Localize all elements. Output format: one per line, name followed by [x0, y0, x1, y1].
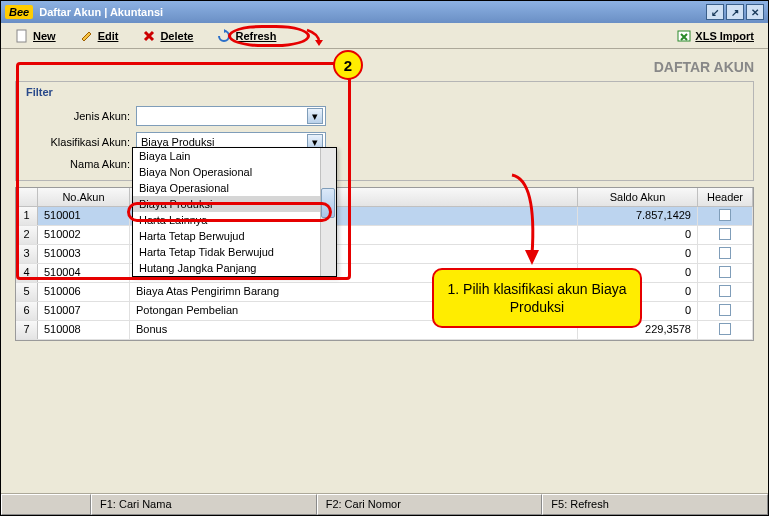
status-f1: F1: Cari Nama: [91, 494, 317, 515]
dropdown-item[interactable]: Biaya Non Operasional: [133, 164, 336, 180]
dropdown-item[interactable]: Biaya Lain: [133, 148, 336, 164]
window-minimize-icon[interactable]: ↙: [706, 4, 724, 20]
header-checkbox[interactable]: [719, 266, 731, 278]
dropdown-item[interactable]: Harta Tetap Berwujud: [133, 228, 336, 244]
svg-rect-0: [17, 30, 26, 42]
col-rownum[interactable]: [16, 188, 38, 206]
status-f2: F2: Cari Nomor: [317, 494, 543, 515]
bee-logo: Bee: [5, 5, 33, 19]
delete-icon: [142, 29, 156, 43]
col-noakun[interactable]: No.Akun: [38, 188, 130, 206]
table-row[interactable]: 4 510004 Komisi Penjualan 0: [16, 264, 753, 283]
annotation-step-2: 2: [333, 50, 363, 80]
delete-button[interactable]: Delete: [136, 27, 199, 45]
header-checkbox[interactable]: [719, 228, 731, 240]
annotation-step-1: 1. Pilih klasifikasi akun Biaya Produksi: [432, 268, 642, 328]
table-header: No.Akun Saldo Akun Header: [16, 188, 753, 207]
klasifikasi-dropdown-list[interactable]: Biaya Lain Biaya Non Operasional Biaya O…: [132, 147, 337, 277]
refresh-button[interactable]: Refresh: [211, 27, 282, 45]
dropdown-item[interactable]: Biaya Operasional: [133, 180, 336, 196]
nama-akun-label: Nama Akun:: [26, 158, 136, 170]
xls-icon: [677, 29, 691, 43]
dropdown-item[interactable]: Harta Tetap Tidak Berwujud: [133, 244, 336, 260]
xls-import-button[interactable]: XLS Import: [671, 27, 760, 45]
header-checkbox[interactable]: [719, 247, 731, 259]
content-area: DAFTAR AKUN Filter Jenis Akun: ▾ Klasifi…: [1, 49, 768, 493]
status-segment: [1, 494, 91, 515]
header-checkbox[interactable]: [719, 209, 731, 221]
dropdown-scrollbar[interactable]: [320, 148, 336, 276]
table-row[interactable]: 3 510003 Bia 0: [16, 245, 753, 264]
new-button[interactable]: New: [9, 27, 62, 45]
app-window: Bee Daftar Akun | Akuntansi ↙ ↗ ✕ New Ed…: [0, 0, 769, 516]
table-row[interactable]: 6 510007 Potongan Pembelian 0: [16, 302, 753, 321]
jenis-akun-combo[interactable]: ▾: [136, 106, 326, 126]
table-row[interactable]: 7 510008 Bonus 229,3578: [16, 321, 753, 340]
window-title: Daftar Akun | Akuntansi: [39, 6, 704, 18]
edit-icon: [80, 29, 94, 43]
status-f5: F5: Refresh: [542, 494, 768, 515]
edit-button[interactable]: Edit: [74, 27, 125, 45]
filter-legend: Filter: [26, 86, 743, 98]
new-icon: [15, 29, 29, 43]
dropdown-item[interactable]: Harta Lainnya: [133, 212, 336, 228]
status-bar: F1: Cari Nama F2: Cari Nomor F5: Refresh: [1, 493, 768, 515]
toolbar: New Edit Delete Refresh XLS Import: [1, 23, 768, 49]
dropdown-item[interactable]: Biaya Produksi: [133, 196, 336, 212]
col-header[interactable]: Header: [698, 188, 753, 206]
window-maximize-icon[interactable]: ↗: [726, 4, 744, 20]
akun-table: No.Akun Saldo Akun Header 1 510001 Ha 7.…: [15, 187, 754, 341]
header-checkbox[interactable]: [719, 304, 731, 316]
page-title: DAFTAR AKUN: [15, 59, 754, 75]
filter-panel: Filter Jenis Akun: ▾ Klasifikasi Akun: B…: [15, 81, 754, 181]
refresh-icon: [217, 29, 231, 43]
dropdown-item[interactable]: Hutang Jangka Panjang: [133, 260, 336, 276]
header-checkbox[interactable]: [719, 323, 731, 335]
col-saldo[interactable]: Saldo Akun: [578, 188, 698, 206]
table-row[interactable]: 2 510002 Bia 0: [16, 226, 753, 245]
jenis-akun-label: Jenis Akun:: [26, 110, 136, 122]
chevron-down-icon: ▾: [307, 108, 323, 124]
window-close-icon[interactable]: ✕: [746, 4, 764, 20]
header-checkbox[interactable]: [719, 285, 731, 297]
klasifikasi-akun-label: Klasifikasi Akun:: [26, 136, 136, 148]
titlebar: Bee Daftar Akun | Akuntansi ↙ ↗ ✕: [1, 1, 768, 23]
table-row[interactable]: 1 510001 Ha 7.857,1429: [16, 207, 753, 226]
table-row[interactable]: 5 510006 Biaya Atas Pengirimn Barang 0: [16, 283, 753, 302]
